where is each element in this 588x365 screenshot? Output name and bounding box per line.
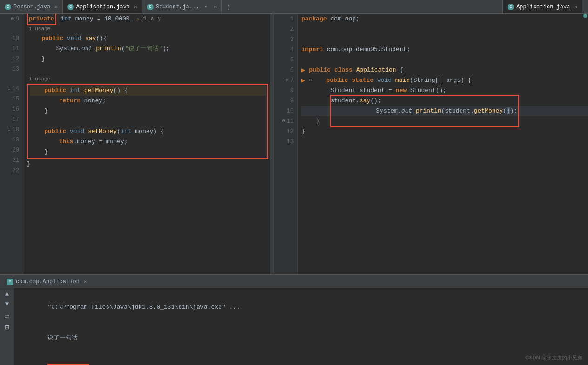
code-line-19: this.money = money;: [30, 137, 266, 147]
run-arrow-7[interactable]: ▶: [301, 75, 305, 86]
bottom-panel: ≡ com.oop.Application ✕ ▲ ▼ ⇌ ⊞ "C:\Prog…: [0, 274, 588, 365]
rcode-line-8: Student student = new Student();: [301, 86, 588, 96]
left-scroll-indicator: [270, 14, 274, 274]
line-num-16: 16: [0, 104, 23, 114]
scroll-up-btn[interactable]: ▲: [5, 291, 9, 297]
tab-person-java[interactable]: C Person.java ✕: [0, 0, 63, 13]
console-tab-label: com.oop.Application: [16, 279, 80, 285]
rln-2: 2: [274, 24, 297, 34]
tab-label-student: Student.ja...: [156, 4, 200, 10]
line-num-13: 13: [0, 64, 23, 74]
right-editor-pane: 1 2 3 4 5 6 ⊖ 7 8 9 10 ⊖ 11 12 13: [274, 14, 588, 274]
gutter-bookmark-18: ⊖: [8, 125, 11, 135]
line-num-14: ⊖ 14: [0, 84, 23, 94]
code-line-20: }: [30, 147, 266, 157]
left-line-numbers: ⊖ 9 10 11 12 13 ⊖ 14 15 16 17: [0, 14, 23, 274]
line-num-17: 17: [0, 114, 23, 125]
left-code-content[interactable]: private int money = 10_0000_ ⚠ 1 ∧ ∨ 1 u…: [23, 14, 270, 274]
private-keyword-box: private: [27, 14, 56, 25]
line-num-19: 19: [0, 135, 23, 145]
rln-8: 8: [274, 86, 297, 96]
rln-5: 5: [274, 55, 297, 65]
rcode-line-1: package com.oop;: [301, 14, 588, 24]
tab-icon-app-left: C: [67, 4, 74, 10]
rln-13: 13: [274, 137, 297, 147]
rcode-line-7: ▶ ⊖ public static void main(String[] arg…: [301, 75, 588, 86]
console-line-2: 说了一句话: [19, 323, 583, 353]
right-code-content[interactable]: package com.oop; import com.oop.demo05.S…: [298, 14, 588, 274]
tab-label-person: Person.java: [13, 4, 50, 10]
line-num-21: 21: [0, 155, 23, 166]
code-line-10: public void say(){: [27, 33, 270, 44]
gutter-bookmark-14: ⊖: [8, 84, 11, 94]
close-person-tab[interactable]: ✕: [54, 4, 58, 10]
gutter-bookmark-r11: ⊖: [282, 116, 285, 126]
code-line-11: System.out.println("说了一句话");: [27, 44, 270, 54]
editor-area: ⊖ 9 10 11 12 13 ⊖ 14 15 16 17: [0, 14, 588, 274]
close-app-right-tab[interactable]: ✕: [574, 4, 577, 10]
code-line-21: }: [27, 159, 270, 169]
rln-12: 12: [274, 126, 297, 137]
code-line-22: [27, 169, 270, 179]
tab-dropdown-student[interactable]: ▾: [201, 3, 209, 10]
bottom-content: ▲ ▼ ⇌ ⊞ "C:\Program Files\Java\jdk1.8.0_…: [0, 288, 588, 365]
right-code-area: 1 2 3 4 5 6 ⊖ 7 8 9 10 ⊖ 11 12 13: [274, 14, 588, 274]
line-num-11: 11: [0, 44, 23, 54]
close-student-tab[interactable]: ✕: [214, 4, 217, 10]
line-num-10: 10: [0, 33, 23, 44]
wrap-btn[interactable]: ⇌: [5, 313, 9, 320]
rcode-line-5: [301, 55, 588, 65]
scroll-down-btn[interactable]: ▼: [5, 301, 9, 307]
rln-1: 1: [274, 14, 297, 24]
close-app-left-tab[interactable]: ✕: [134, 4, 137, 10]
more-tabs-btn[interactable]: ⋮: [222, 3, 235, 11]
getset-money-box: public int getMoney() { return money; }: [27, 84, 268, 159]
rln-10: 10: [274, 106, 297, 116]
rcode-line-10: System.out.println(student.getMoney());: [301, 106, 588, 116]
bottom-controls: ▲ ▼ ⇌ ⊞: [0, 288, 14, 365]
rln-7: ⊖ 7: [274, 75, 297, 86]
line-usage-14-pre: [0, 74, 23, 84]
tab-label-app-right: Application.java: [516, 4, 570, 10]
pin-btn[interactable]: ⊞: [5, 324, 9, 332]
gutter-bookmark-9: ⊖: [11, 14, 14, 24]
console-tab[interactable]: ≡ com.oop.Application ✕: [2, 275, 91, 288]
rcode-line-4: import com.oop.demo05.Student;: [301, 45, 588, 55]
rln-11: ⊖ 11: [274, 116, 297, 126]
code-line-14: public int getMoney() {: [30, 86, 266, 96]
code-line-16: }: [30, 106, 266, 116]
tab-application-java-left[interactable]: C Application.java ✕: [63, 0, 142, 13]
rln-3: 3: [274, 34, 297, 45]
tab-application-java-right[interactable]: C Application.java ✕: [503, 0, 582, 13]
rcode-line-12: }: [301, 126, 588, 137]
watermark: CSDN @张皮皮的小兄弟: [526, 354, 582, 361]
tab-student-java[interactable]: C Student.ja... ▾ ✕: [142, 0, 222, 13]
code-line-18: public void setMoney(int money) {: [30, 126, 266, 137]
code-line-13: [27, 64, 270, 74]
bottom-tab-bar: ≡ com.oop.Application ✕: [0, 275, 588, 288]
line-num-15: 15: [0, 94, 23, 104]
line-num-22: 22: [0, 166, 23, 176]
code-line-15: return money;: [30, 96, 266, 106]
left-code-area: ⊖ 9 10 11 12 13 ⊖ 14 15 16 17: [0, 14, 274, 274]
tab-icon-person: C: [5, 4, 11, 10]
scroll-dot: [583, 14, 587, 18]
left-editor-pane: ⊖ 9 10 11 12 13 ⊖ 14 15 16 17: [0, 14, 274, 274]
tab-icon-app-right: C: [508, 4, 514, 10]
line-num-9: ⊖ 9: [0, 14, 23, 24]
console-tab-icon: ≡: [7, 279, 13, 285]
rln-4: 4: [274, 45, 297, 55]
usage-text-9: 1 usage: [27, 24, 270, 33]
rcode-line-2: [301, 24, 588, 34]
rln-9: 9: [274, 96, 297, 106]
code-line-9: private int money = 10_0000_ ⚠ 1 ∧ ∨: [27, 14, 270, 24]
run-arrow-6[interactable]: ▶: [301, 65, 305, 75]
line-usage-9: [0, 24, 23, 33]
right-line-numbers: 1 2 3 4 5 6 ⊖ 7 8 9 10 ⊖ 11 12 13: [274, 14, 298, 274]
tab-label-app-left: Application.java: [76, 4, 130, 10]
console-output: "C:\Program Files\Java\jdk1.8.0_131\bin\…: [14, 288, 588, 365]
console-tab-close[interactable]: ✕: [84, 279, 87, 285]
line-num-20: 20: [0, 145, 23, 155]
rcode-line-3: [301, 34, 588, 45]
console-line-3: 1000000000: [19, 353, 583, 365]
